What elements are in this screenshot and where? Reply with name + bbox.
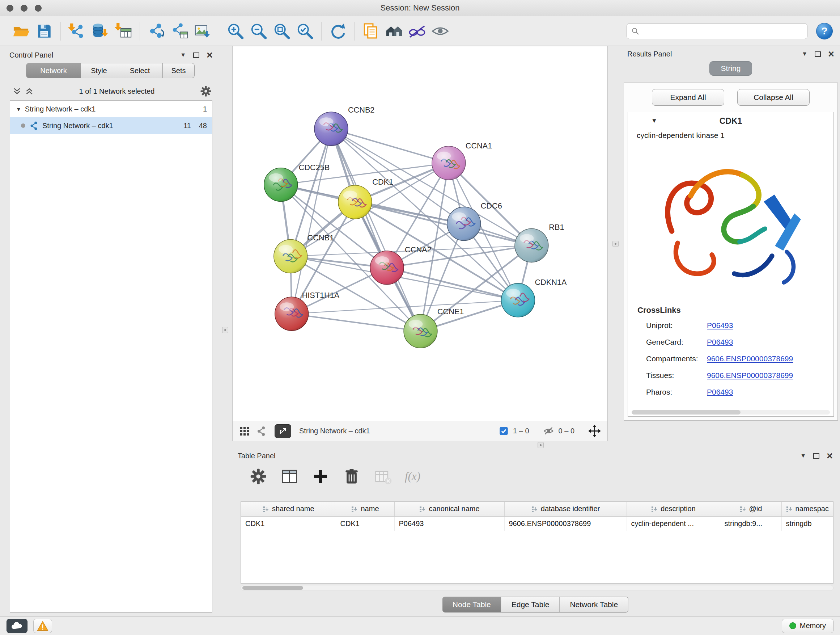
panel-menu-button[interactable]: ▼ [800, 453, 806, 459]
open-session-button[interactable] [9, 19, 33, 43]
network-canvas[interactable]: CCNB2CCNA1CDC25BCDK1CDC6RB1CCNB1CCNA2CDK… [233, 46, 607, 421]
table-options-button[interactable] [249, 467, 267, 486]
detach-view-button[interactable] [275, 424, 291, 438]
panel-close-button[interactable]: × [828, 50, 834, 57]
delete-columns-button[interactable] [343, 467, 361, 486]
node-HIST1H1A[interactable] [275, 297, 309, 331]
cell-database-identifier[interactable]: 9606.ENSP00000378699 [504, 516, 627, 531]
node-CCNA1[interactable] [432, 146, 466, 180]
tab-node-table[interactable]: Node Table [442, 597, 501, 613]
grid-view-icon[interactable] [239, 426, 250, 437]
network-collection-row[interactable]: ▼ String Network – cdk1 1 [10, 101, 212, 117]
panel-float-button[interactable] [815, 51, 821, 57]
genecard-link[interactable]: P06493 [707, 338, 733, 347]
column-header-name[interactable]: name [336, 502, 394, 516]
cloud-status-button[interactable] [6, 619, 27, 633]
function-builder-button[interactable]: f(x) [405, 467, 420, 486]
select-columns-button[interactable] [280, 467, 298, 486]
gear-icon[interactable] [200, 85, 212, 97]
cell-name[interactable]: CDK1 [336, 516, 394, 531]
network-graph[interactable]: CCNB2CCNA1CDC25BCDK1CDC6RB1CCNB1CCNA2CDK… [233, 46, 607, 421]
tab-network[interactable]: Network [26, 63, 81, 78]
panel-menu-button[interactable]: ▼ [802, 51, 807, 57]
zoom-out-button[interactable] [247, 19, 270, 43]
expand-all-button[interactable]: Expand All [652, 89, 724, 106]
node-CDC6[interactable] [447, 207, 481, 241]
tab-sets[interactable]: Sets [163, 63, 195, 78]
column-header-id[interactable]: @id [720, 502, 782, 516]
tissues-link[interactable]: 9606.ENSP00000378699 [707, 371, 793, 380]
apply-layout-button[interactable] [326, 19, 349, 43]
import-table-button[interactable] [112, 19, 135, 43]
cell-namespace[interactable]: stringdb [782, 516, 833, 531]
results-horizontal-scrollbar[interactable] [632, 410, 830, 415]
edge-CCNB2-CCNA1[interactable] [331, 129, 448, 163]
panel-float-button[interactable] [813, 453, 819, 459]
node-CCNB1[interactable] [274, 239, 308, 273]
collapse-all-icon[interactable] [12, 87, 22, 96]
column-header-canonical-name[interactable]: canonical name [394, 502, 504, 516]
search-input[interactable] [642, 27, 803, 35]
vertical-splitter-handle[interactable] [222, 327, 228, 333]
pharos-link[interactable]: P06493 [707, 388, 733, 396]
panel-float-button[interactable] [193, 52, 199, 58]
create-column-button[interactable] [311, 467, 330, 486]
window-close-button[interactable] [6, 5, 13, 11]
window-zoom-button[interactable] [35, 5, 42, 11]
selected-checkbox-icon[interactable] [499, 426, 508, 436]
panel-close-button[interactable]: × [207, 51, 213, 59]
table-row[interactable]: CDK1 CDK1 P06493 9606.ENSP00000378699 cy… [241, 516, 833, 531]
node-CDK1[interactable] [338, 185, 372, 219]
tab-network-table[interactable]: Network Table [560, 597, 628, 613]
show-hide-panel-button[interactable] [429, 19, 452, 43]
node-RB1[interactable] [515, 229, 548, 263]
import-network-database-button[interactable] [88, 19, 112, 43]
zoom-selected-button[interactable] [294, 19, 317, 43]
horizontal-splitter-handle[interactable] [538, 442, 544, 448]
overview-button[interactable] [382, 19, 406, 43]
tab-select[interactable]: Select [117, 63, 163, 78]
export-network-button[interactable] [168, 19, 191, 43]
search-box[interactable] [627, 23, 807, 39]
column-header-database-identifier[interactable]: database identifier [504, 502, 627, 516]
node-CCNA2[interactable] [370, 251, 404, 285]
cell-description[interactable]: cyclin-dependent ... [627, 516, 720, 531]
vertical-splitter-handle[interactable] [613, 241, 619, 247]
expand-all-icon[interactable] [25, 87, 34, 96]
edge-HIST1H1A-CCNE1[interactable] [292, 314, 420, 331]
tab-style[interactable]: Style [81, 63, 117, 78]
panel-menu-button[interactable]: ▼ [180, 52, 186, 58]
column-header-namespace[interactable]: namespac [782, 502, 833, 516]
zoom-fit-button[interactable] [270, 19, 294, 43]
documents-button[interactable] [359, 19, 382, 43]
share-view-icon[interactable] [256, 426, 267, 437]
save-session-button[interactable] [33, 19, 56, 43]
warnings-button[interactable] [33, 619, 52, 633]
collapse-section-icon[interactable]: ▼ [651, 117, 657, 125]
import-network-file-button[interactable] [65, 19, 88, 43]
memory-button[interactable]: Memory [782, 619, 834, 633]
window-minimize-button[interactable] [21, 5, 27, 11]
network-row[interactable]: String Network – cdk1 11 48 [10, 117, 212, 134]
cell-shared-name[interactable]: CDK1 [241, 516, 336, 531]
zoom-in-button[interactable] [224, 19, 247, 43]
scrollbar-thumb[interactable] [242, 586, 303, 590]
node-CDC25B[interactable] [264, 168, 298, 202]
collapse-all-button[interactable]: Collapse All [737, 89, 810, 106]
crosshair-icon[interactable] [588, 424, 601, 437]
help-button[interactable]: ? [816, 23, 833, 40]
uniprot-link[interactable]: P06493 [707, 321, 733, 330]
column-header-shared-name[interactable]: shared name [241, 502, 336, 516]
panel-close-button[interactable]: × [827, 452, 833, 459]
node-CDKN1A[interactable] [501, 283, 535, 317]
cell-id[interactable]: stringdb:9... [720, 516, 782, 531]
column-header-description[interactable]: description [627, 502, 720, 516]
tab-edge-table[interactable]: Edge Table [501, 597, 560, 613]
edge-CCNB2-CCNE1[interactable] [331, 129, 420, 331]
new-network-button[interactable] [145, 19, 168, 43]
collapse-triangle-icon[interactable]: ▼ [16, 106, 21, 112]
edge-CCNB2-HIST1H1A[interactable] [292, 129, 331, 314]
cell-canonical-name[interactable]: P06493 [394, 516, 504, 531]
tab-string[interactable]: String [709, 61, 752, 76]
eye-slash-icon[interactable] [543, 425, 554, 437]
